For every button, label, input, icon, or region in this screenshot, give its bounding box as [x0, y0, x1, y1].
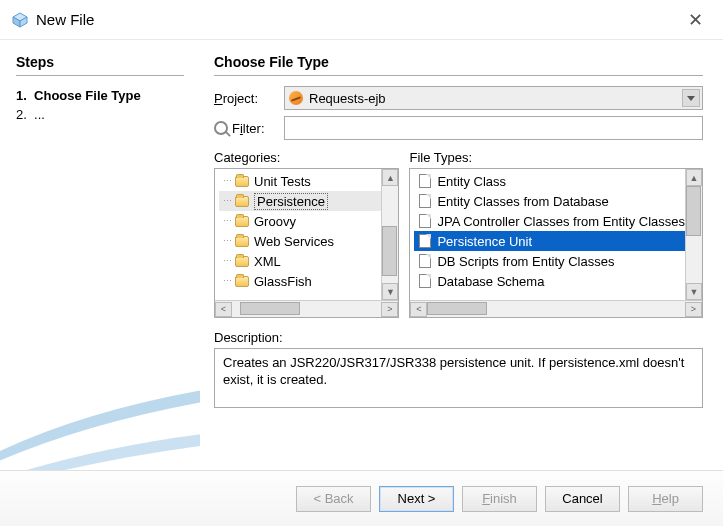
cube-icon	[12, 12, 28, 28]
folder-icon	[235, 236, 249, 247]
category-item[interactable]: ⋯XML	[219, 251, 381, 271]
step-1: 1. Choose File Type	[16, 86, 184, 105]
filetype-item[interactable]: DB Scripts from Entity Classes	[414, 251, 685, 271]
help-button[interactable]: Help	[628, 486, 703, 512]
category-item[interactable]: ⋯Web Services	[219, 231, 381, 251]
categories-hscroll[interactable]: <>	[215, 300, 398, 317]
cancel-button[interactable]: Cancel	[545, 486, 620, 512]
folder-icon	[235, 276, 249, 287]
steps-header: Steps	[16, 54, 184, 70]
filetype-item[interactable]: Persistence Unit	[414, 231, 685, 251]
file-icon	[418, 254, 432, 268]
description-box: Creates an JSR220/JSR317/JSR338 persiste…	[214, 348, 703, 408]
categories-list[interactable]: ⋯Unit Tests⋯Persistence⋯Groovy⋯Web Servi…	[214, 168, 399, 318]
project-value: Requests-ejb	[309, 91, 386, 106]
window-title: New File	[36, 11, 680, 28]
folder-icon	[235, 196, 249, 207]
finish-button: Finish	[462, 486, 537, 512]
categories-label: Categories:	[214, 150, 399, 165]
project-icon	[289, 91, 303, 105]
steps-panel: Steps 1. Choose File Type 2. ...	[0, 40, 200, 470]
filter-input[interactable]	[284, 116, 703, 140]
folder-icon	[235, 216, 249, 227]
decorative-swoosh	[0, 250, 200, 470]
filetype-item[interactable]: JPA Controller Classes from Entity Class…	[414, 211, 685, 231]
content-panel: Choose File Type Project: Requests-ejb F…	[200, 40, 723, 470]
file-icon	[418, 214, 432, 228]
filetype-item[interactable]: Entity Classes from Database	[414, 191, 685, 211]
project-label: Project:	[214, 91, 284, 106]
file-icon	[418, 194, 432, 208]
step-2: 2. ...	[16, 105, 184, 124]
filetypes-list[interactable]: Entity ClassEntity Classes from Database…	[409, 168, 703, 318]
category-item[interactable]: ⋯Persistence	[219, 191, 381, 211]
category-item[interactable]: ⋯Groovy	[219, 211, 381, 231]
project-select[interactable]: Requests-ejb	[284, 86, 703, 110]
search-icon	[214, 121, 228, 135]
file-icon	[418, 274, 432, 288]
category-item[interactable]: ⋯Unit Tests	[219, 171, 381, 191]
file-icon	[418, 174, 432, 188]
next-button[interactable]: Next >	[379, 486, 454, 512]
file-icon	[418, 234, 432, 248]
filetypes-vscroll[interactable]: ▲▼	[685, 169, 702, 300]
category-item[interactable]: ⋯GlassFish	[219, 271, 381, 291]
folder-icon	[235, 176, 249, 187]
chevron-down-icon[interactable]	[682, 89, 700, 107]
title-bar: New File ✕	[0, 0, 723, 40]
close-icon[interactable]: ✕	[680, 5, 711, 35]
back-button: < Back	[296, 486, 371, 512]
filetype-item[interactable]: Entity Class	[414, 171, 685, 191]
filetypes-hscroll[interactable]: <>	[410, 300, 702, 317]
filetype-item[interactable]: Database Schema	[414, 271, 685, 291]
categories-vscroll[interactable]: ▲▼	[381, 169, 398, 300]
content-header: Choose File Type	[214, 54, 703, 70]
description-label: Description:	[214, 330, 703, 345]
filter-label: Filter:	[214, 121, 284, 136]
folder-icon	[235, 256, 249, 267]
footer: < Back Next > Finish Cancel Help	[0, 470, 723, 526]
filetypes-label: File Types:	[409, 150, 703, 165]
